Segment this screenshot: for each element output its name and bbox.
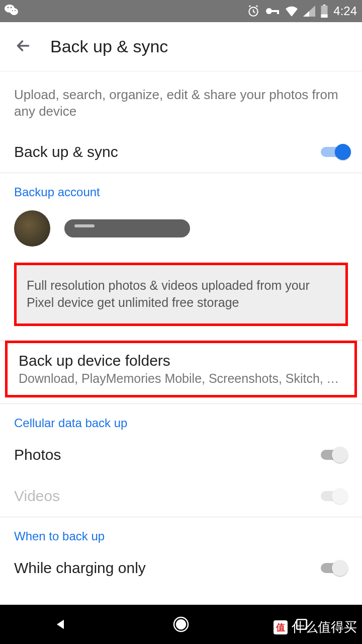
intro-text: Upload, search, organize, edit & share y… [0,71,362,131]
page-title: Back up & sync [50,37,168,56]
svg-rect-12 [321,15,328,18]
svg-point-3 [11,7,12,9]
device-folders-subtitle: Download, PlayMemories Mobile, Screensho… [19,371,343,386]
android-nav-bar: 值 什么值得买 [0,605,362,644]
account-email-redacted [64,219,190,237]
backup-sync-toggle[interactable] [321,144,348,160]
backup-device-folders-row[interactable]: Back up device folders Download, PlayMem… [5,341,357,397]
svg-rect-10 [323,5,325,6]
cell-signal-icon [303,6,315,17]
watermark-text: 什么值得买 [292,618,357,636]
cellular-videos-toggle [321,488,348,504]
wifi-icon [285,6,298,17]
app-bar: Back up & sync [0,22,362,71]
wechat-icon [4,3,19,17]
backup-account-row[interactable] [0,203,362,259]
pixel-storage-info: Full resolution photos & videos uploaded… [14,263,348,326]
nav-back-button[interactable] [30,609,90,639]
watermark-badge: 值 [274,620,288,634]
backup-sync-label: Back up & sync [14,143,118,160]
cellular-heading: Cellular data back up [0,404,362,434]
avatar [14,210,50,247]
while-charging-row[interactable]: While charging only [0,547,362,582]
cellular-photos-row[interactable]: Photos [0,434,362,475]
alarm-icon [247,5,260,18]
vpn-key-icon [265,6,280,16]
cellular-photos-label: Photos [14,446,61,463]
backup-sync-row[interactable]: Back up & sync [0,131,362,173]
svg-point-5 [15,10,16,11]
watermark: 值 什么值得买 [274,618,357,636]
while-charging-toggle[interactable] [321,560,348,576]
svg-point-4 [12,10,13,11]
back-icon[interactable] [14,37,32,57]
while-charging-label: While charging only [14,559,146,577]
when-heading: When to back up [0,517,362,547]
device-folders-title: Back up device folders [19,352,343,369]
cellular-photos-toggle[interactable] [321,447,348,463]
backup-account-heading: Backup account [0,173,362,203]
status-clock: 4:24 [333,4,357,18]
svg-point-14 [176,620,186,629]
status-bar: 4:24 [0,0,362,22]
nav-home-button[interactable] [151,609,211,639]
svg-rect-9 [277,10,279,14]
cellular-videos-row: Videos [0,475,362,517]
battery-icon [320,5,328,18]
svg-point-2 [8,7,9,9]
cellular-videos-label: Videos [14,488,60,505]
svg-point-1 [10,8,18,15]
